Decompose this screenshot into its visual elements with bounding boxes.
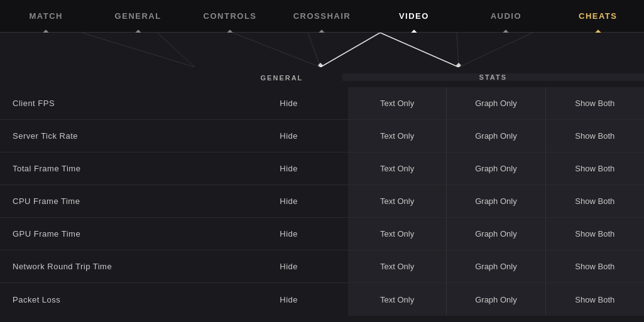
row-stats-0: Text Only Graph Only Show Both [348,87,644,119]
row-name-5: Network Round Trip Time [0,250,229,282]
stat-show-both-5[interactable]: Show Both [545,250,644,282]
stat-show-both-2[interactable]: Show Both [545,153,644,185]
row-stats-5: Text Only Graph Only Show Both [348,250,644,282]
stat-text-only-4[interactable]: Text Only [348,218,446,250]
settings-table: Client FPS Hide Text Only Graph Only Sho… [0,87,644,316]
row-hide-4[interactable]: Hide [229,218,347,250]
stat-text-only-2[interactable]: Text Only [348,153,446,185]
row-stats-1: Text Only Graph Only Show Both [348,120,644,152]
svg-line-3 [308,33,320,67]
row-name-1: Server Tick Rate [0,120,229,152]
row-name-0: Client FPS [0,87,229,119]
row-stats-4: Text Only Graph Only Show Both [348,218,644,250]
stat-graph-only-5[interactable]: Graph Only [446,250,545,282]
stat-graph-only-3[interactable]: Graph Only [446,185,545,217]
header-stats-group: STATS [342,73,644,81]
stat-text-only-5[interactable]: Text Only [348,250,446,282]
stat-show-both-1[interactable]: Show Both [545,120,644,152]
svg-line-4 [320,33,380,67]
nav-item-general[interactable]: GENERAL [92,0,183,32]
svg-line-6 [457,33,459,67]
svg-line-7 [459,33,533,67]
nav-item-match[interactable]: MATCH [0,0,92,32]
stat-graph-only-2[interactable]: Graph Only [446,153,545,185]
row-stats-2: Text Only Graph Only Show Both [348,153,644,185]
row-stats-6: Text Only Graph Only Show Both [348,283,644,316]
stats-header-label: STATS [342,73,644,81]
row-hide-1[interactable]: Hide [229,120,347,152]
nav-item-video[interactable]: VIDEO [368,0,460,32]
row-name-2: Total Frame Time [0,153,229,185]
table-row: Server Tick Rate Hide Text Only Graph On… [0,120,644,153]
nav-item-controls[interactable]: CONTROLS [184,0,276,32]
stat-show-both-3[interactable]: Show Both [545,185,644,217]
row-stats-3: Text Only Graph Only Show Both [348,185,644,217]
row-hide-2[interactable]: Hide [229,153,347,185]
nav-bar: MATCH GENERAL CONTROLS CROSSHAIR VIDEO A… [0,0,644,33]
table-row: Total Frame Time Hide Text Only Graph On… [0,153,644,185]
stat-show-both-0[interactable]: Show Both [545,87,644,119]
stat-text-only-3[interactable]: Text Only [348,185,446,217]
row-name-4: GPU Frame Time [0,218,229,250]
connector-area [0,33,644,67]
svg-line-5 [380,33,459,67]
row-name-3: CPU Frame Time [0,185,229,217]
stat-show-both-6[interactable]: Show Both [545,283,644,316]
stat-graph-only-4[interactable]: Graph Only [446,218,545,250]
svg-line-1 [157,33,195,67]
table-row: CPU Frame Time Hide Text Only Graph Only… [0,185,644,218]
row-hide-3[interactable]: Hide [229,185,347,217]
stat-text-only-0[interactable]: Text Only [348,87,446,119]
table-row: Client FPS Hide Text Only Graph Only Sho… [0,87,644,120]
stat-text-only-1[interactable]: Text Only [348,120,446,152]
svg-line-2 [232,33,320,67]
table-row: GPU Frame Time Hide Text Only Graph Only… [0,218,644,250]
nav-item-audio[interactable]: AUDIO [460,0,552,32]
stat-graph-only-6[interactable]: Graph Only [446,283,545,316]
row-hide-6[interactable]: Hide [229,283,347,316]
svg-line-0 [82,33,195,67]
section-headers: GENERAL STATS [0,67,644,87]
header-general-label: GENERAL [221,72,342,83]
row-name-6: Packet Loss [0,283,229,316]
row-hide-0[interactable]: Hide [229,87,347,119]
nav-item-cheats[interactable]: CHEATS [552,0,644,32]
stat-text-only-6[interactable]: Text Only [348,283,446,316]
stat-graph-only-1[interactable]: Graph Only [446,120,545,152]
stat-show-both-4[interactable]: Show Both [545,218,644,250]
stat-graph-only-0[interactable]: Graph Only [446,87,545,119]
nav-item-crosshair[interactable]: CROSSHAIR [276,0,368,32]
row-hide-5[interactable]: Hide [229,250,347,282]
table-row: Packet Loss Hide Text Only Graph Only Sh… [0,283,644,316]
table-row: Network Round Trip Time Hide Text Only G… [0,250,644,283]
connector-lines [0,33,644,67]
